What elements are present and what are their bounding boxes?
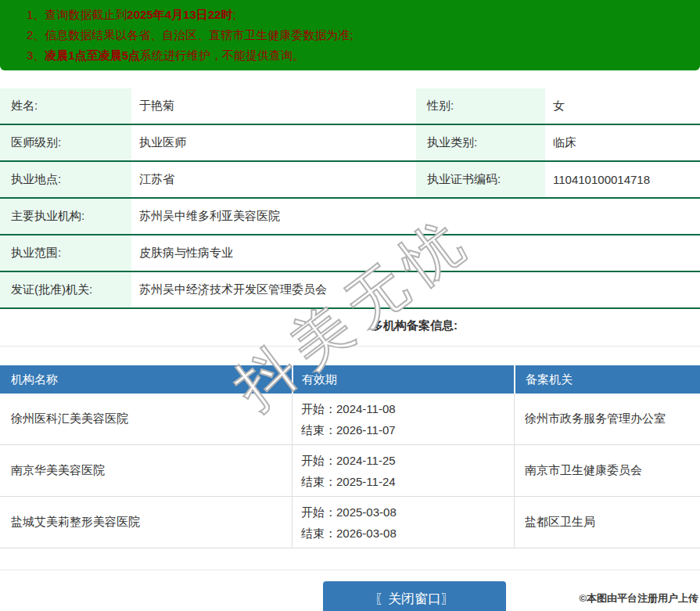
- table-row: 盐城艾美莉整形美容医院 开始：2025-03-08 结束：2026-03-08 …: [0, 497, 700, 548]
- category-value: 临床: [545, 125, 700, 160]
- scope-value: 皮肤病与性病专业: [131, 235, 700, 271]
- upload-credit-watermark: ©本图由平台注册用户上传: [579, 591, 698, 606]
- notice-line-2: 2、信息数据结果以各省、自治区、直辖市卫生健康委数据为准;: [0, 25, 700, 45]
- issuer-label: 发证(批准)机关:: [0, 272, 131, 307]
- table-row: 南京华美美容医院 开始：2024-11-25 结束：2025-11-24 南京市…: [0, 445, 700, 497]
- cert-number-label: 执业证书编码:: [416, 162, 545, 197]
- gender-label: 性别:: [416, 88, 545, 124]
- filing-table-header: 机构名称 有效期 备案机关: [0, 365, 700, 394]
- validity-start: 开始：2024-11-25: [301, 450, 396, 471]
- location-value: 江苏省: [131, 162, 416, 197]
- table-row: 徐州医科汇美美容医院 开始：2024-11-08 结束：2026-11-07 徐…: [0, 394, 700, 445]
- filing-authority: 徐州市政务服务管理办公室: [514, 394, 700, 444]
- filing-table: 机构名称 有效期 备案机关 徐州医科汇美美容医院 开始：2024-11-08 结…: [0, 365, 700, 548]
- table-row: 发证(批准)机关: 苏州吴中经济技术开发区管理委员会: [0, 272, 700, 309]
- gender-value: 女: [545, 88, 700, 124]
- validity-period: 开始：2024-11-25 结束：2025-11-24: [292, 445, 514, 496]
- issuer-value: 苏州吴中经济技术开发区管理委员会: [131, 272, 700, 307]
- table-row: 执业范围: 皮肤病与性病专业: [0, 235, 700, 272]
- validity-end: 结束：2026-03-08: [301, 523, 397, 544]
- org-name: 徐州医科汇美美容医院: [0, 394, 292, 444]
- table-row: 医师级别: 执业医师 执业类别: 临床: [0, 125, 700, 162]
- validity-start: 开始：2024-11-08: [301, 398, 396, 419]
- filing-section-title: 多机构备案信息:: [372, 318, 458, 333]
- table-row: 主要执业机构: 苏州吴中维多利亚美容医院: [0, 199, 700, 235]
- scope-label: 执业范围:: [0, 235, 131, 271]
- close-window-button[interactable]: 〖关闭窗口〗: [323, 581, 506, 611]
- divider: [0, 570, 700, 570]
- filing-authority: 盐都区卫生局: [514, 497, 700, 548]
- org-name: 盐城艾美莉整形美容医院: [0, 497, 292, 548]
- column-header-org: 机构名称: [0, 365, 292, 394]
- name-value: 于艳菊: [131, 88, 416, 124]
- level-value: 执业医师: [131, 125, 416, 160]
- main-org-value: 苏州吴中维多利亚美容医院: [131, 199, 700, 234]
- divider: [0, 346, 700, 347]
- validity-period: 开始：2025-03-08 结束：2026-03-08: [292, 497, 514, 548]
- filing-authority: 南京市卫生健康委员会: [514, 445, 700, 496]
- cert-number-value: 110410100014718: [545, 162, 700, 197]
- org-name: 南京华美美容医院: [0, 445, 292, 496]
- notice-banner: 1、查询数据截止到2025年4月13日22时; 2、信息数据结果以各省、自治区、…: [0, 0, 700, 70]
- notice-line-1: 1、查询数据截止到2025年4月13日22时;: [0, 5, 700, 25]
- validity-end: 结束：2026-11-07: [301, 419, 396, 440]
- table-row: 执业地点: 江苏省 执业证书编码: 110410100014718: [0, 162, 700, 199]
- location-label: 执业地点:: [0, 162, 131, 197]
- validity-start: 开始：2025-03-08: [301, 501, 397, 523]
- level-label: 医师级别:: [0, 125, 131, 160]
- practitioner-profile-table: 姓名: 于艳菊 性别: 女 医师级别: 执业医师 执业类别: 临床 执业地点: …: [0, 88, 700, 309]
- column-header-authority: 备案机关: [514, 365, 700, 394]
- name-label: 姓名:: [0, 88, 131, 124]
- column-header-validity: 有效期: [292, 365, 514, 394]
- validity-period: 开始：2024-11-08 结束：2026-11-07: [292, 394, 514, 444]
- main-org-label: 主要执业机构:: [0, 199, 131, 234]
- table-row: 姓名: 于艳菊 性别: 女: [0, 88, 700, 125]
- category-label: 执业类别:: [416, 125, 545, 160]
- notice-line-3: 3、凌晨1点至凌晨5点系统进行维护，不能提供查询。: [0, 45, 700, 66]
- validity-end: 结束：2025-11-24: [301, 471, 396, 492]
